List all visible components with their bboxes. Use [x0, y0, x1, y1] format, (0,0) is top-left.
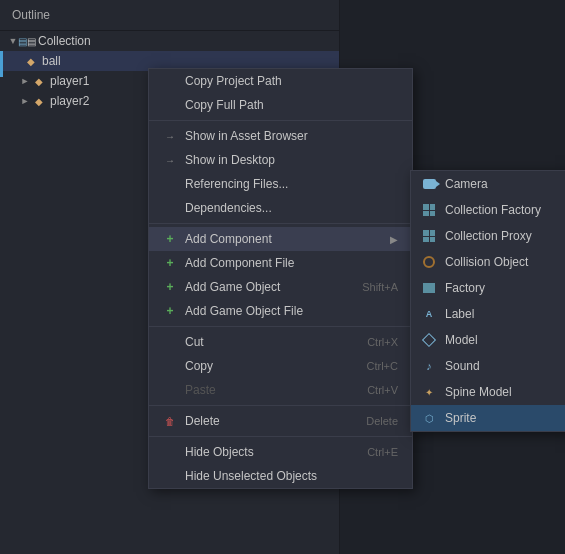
cut-shortcut: Ctrl+X — [367, 336, 398, 348]
separator-4 — [149, 405, 412, 406]
copy-project-path-label: Copy Project Path — [185, 74, 282, 88]
submenu-spine-model[interactable]: ✦ Spine Model — [411, 379, 565, 405]
hide-objects-item[interactable]: Hide Objects Ctrl+E — [149, 440, 412, 464]
collection-icon: ▤ — [20, 34, 34, 48]
separator-1 — [149, 120, 412, 121]
submenu-collection-proxy[interactable]: Collection Proxy — [411, 223, 565, 249]
submenu-factory[interactable]: Factory — [411, 275, 565, 301]
referencing-files-label: Referencing Files... — [185, 177, 288, 191]
hide-unselected-item[interactable]: Hide Unselected Objects — [149, 464, 412, 488]
chevron-player1 — [20, 76, 30, 86]
model-icon — [421, 332, 437, 348]
submenu-collision-object[interactable]: Collision Object — [411, 249, 565, 275]
delete-item[interactable]: 🗑 Delete Delete — [149, 409, 412, 433]
tree-item-collection[interactable]: ▤ Collection — [0, 31, 339, 51]
separator-3 — [149, 326, 412, 327]
collision-object-label: Collision Object — [445, 255, 528, 269]
add-game-object-shortcut: Shift+A — [362, 281, 398, 293]
referencing-files-icon — [163, 177, 177, 191]
ball-icon: ◆ — [24, 54, 38, 68]
paste-label: Paste — [185, 383, 216, 397]
camera-icon — [421, 176, 437, 192]
copy-icon — [163, 359, 177, 373]
sound-label: Sound — [445, 359, 480, 373]
copy-full-path-item[interactable]: Copy Full Path — [149, 93, 412, 117]
hide-objects-shortcut: Ctrl+E — [367, 446, 398, 458]
hide-unselected-label: Hide Unselected Objects — [185, 469, 317, 483]
chevron-collection — [8, 36, 18, 46]
submenu-label[interactable]: A Label — [411, 301, 565, 327]
add-component-file-item[interactable]: + Add Component File — [149, 251, 412, 275]
sprite-icon: ⬡ — [421, 410, 437, 426]
show-desktop-item[interactable]: → Show in Desktop — [149, 148, 412, 172]
add-component-file-label: Add Component File — [185, 256, 294, 270]
selection-bar — [0, 51, 3, 77]
add-component-file-icon: + — [163, 256, 177, 270]
separator-2 — [149, 223, 412, 224]
factory-icon — [421, 280, 437, 296]
submenu-sprite[interactable]: ⬡ Sprite — [411, 405, 565, 431]
copy-shortcut: Ctrl+C — [367, 360, 398, 372]
copy-item[interactable]: Copy Ctrl+C — [149, 354, 412, 378]
copy-label: Copy — [185, 359, 213, 373]
factory-label: Factory — [445, 281, 485, 295]
player2-icon: ◆ — [32, 94, 46, 108]
show-desktop-icon: → — [163, 153, 177, 167]
add-game-object-file-item[interactable]: + Add Game Object File — [149, 299, 412, 323]
copy-project-path-item[interactable]: Copy Project Path — [149, 69, 412, 93]
collection-label: Collection — [38, 34, 91, 48]
dependencies-label: Dependencies... — [185, 201, 272, 215]
dependencies-item[interactable]: Dependencies... — [149, 196, 412, 220]
player1-icon: ◆ — [32, 74, 46, 88]
sprite-label: Sprite — [445, 411, 476, 425]
referencing-files-item[interactable]: Referencing Files... — [149, 172, 412, 196]
hide-objects-icon — [163, 445, 177, 459]
collection-factory-label: Collection Factory — [445, 203, 541, 217]
context-menu: Copy Project Path Copy Full Path → Show … — [148, 68, 413, 489]
label-label: Label — [445, 307, 474, 321]
outline-title: Outline — [0, 0, 339, 31]
label-icon: A — [421, 306, 437, 322]
cut-label: Cut — [185, 335, 204, 349]
add-game-object-item[interactable]: + Add Game Object Shift+A — [149, 275, 412, 299]
spine-model-label: Spine Model — [445, 385, 512, 399]
cut-icon — [163, 335, 177, 349]
add-game-object-file-icon: + — [163, 304, 177, 318]
collision-object-icon — [421, 254, 437, 270]
show-asset-browser-item[interactable]: → Show in Asset Browser — [149, 124, 412, 148]
player2-label: player2 — [50, 94, 89, 108]
submenu-model[interactable]: Model — [411, 327, 565, 353]
ball-label: ball — [42, 54, 61, 68]
hide-unselected-icon — [163, 469, 177, 483]
submenu-sound[interactable]: ♪ Sound — [411, 353, 565, 379]
dependencies-icon — [163, 201, 177, 215]
cut-item[interactable]: Cut Ctrl+X — [149, 330, 412, 354]
component-submenu: Camera Collection Factory Collection Pro… — [410, 170, 565, 432]
separator-5 — [149, 436, 412, 437]
delete-label: Delete — [185, 414, 220, 428]
copy-project-path-icon — [163, 74, 177, 88]
delete-icon: 🗑 — [163, 414, 177, 428]
collection-proxy-label: Collection Proxy — [445, 229, 532, 243]
camera-label: Camera — [445, 177, 488, 191]
collection-factory-icon — [421, 202, 437, 218]
hide-objects-label: Hide Objects — [185, 445, 254, 459]
add-game-object-icon: + — [163, 280, 177, 294]
submenu-arrow-icon: ▶ — [390, 234, 398, 245]
paste-shortcut: Ctrl+V — [367, 384, 398, 396]
submenu-camera[interactable]: Camera — [411, 171, 565, 197]
show-asset-browser-label: Show in Asset Browser — [185, 129, 308, 143]
spine-model-icon: ✦ — [421, 384, 437, 400]
collection-proxy-icon — [421, 228, 437, 244]
paste-item: Paste Ctrl+V — [149, 378, 412, 402]
model-label: Model — [445, 333, 478, 347]
paste-icon — [163, 383, 177, 397]
submenu-collection-factory[interactable]: Collection Factory — [411, 197, 565, 223]
add-component-icon: + — [163, 232, 177, 246]
delete-shortcut: Delete — [366, 415, 398, 427]
add-component-item[interactable]: + Add Component ▶ — [149, 227, 412, 251]
copy-full-path-label: Copy Full Path — [185, 98, 264, 112]
show-desktop-label: Show in Desktop — [185, 153, 275, 167]
add-game-object-label: Add Game Object — [185, 280, 280, 294]
add-component-label: Add Component — [185, 232, 272, 246]
